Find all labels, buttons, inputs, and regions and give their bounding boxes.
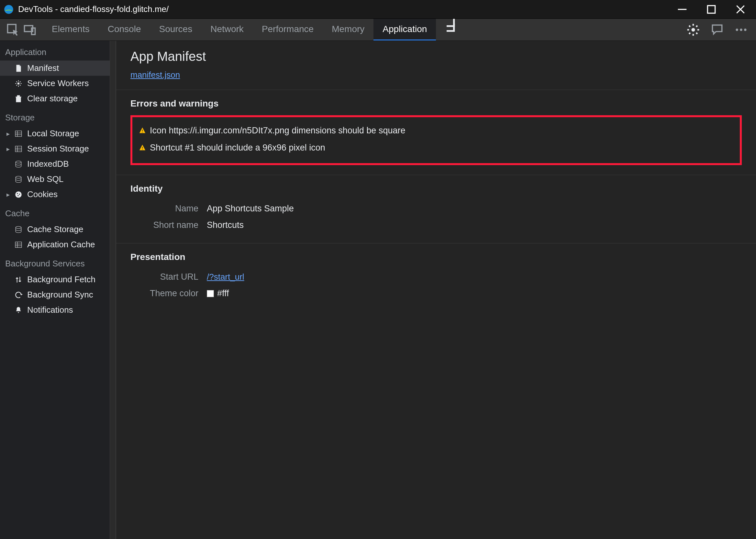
svg-rect-34 (142, 147, 143, 149)
database-icon (14, 160, 23, 168)
warning-row: Shortcut #1 should include a 96x96 pixel… (139, 139, 733, 157)
svg-rect-17 (15, 146, 22, 151)
tab-performance[interactable]: Performance (253, 19, 323, 40)
bell-icon (14, 306, 23, 314)
identity-short-name-label: Short name (130, 220, 198, 230)
svg-point-25 (19, 193, 20, 194)
toolbar-right (686, 23, 750, 37)
tab-console[interactable]: Console (99, 19, 150, 40)
sidebar-item-label: Local Storage (27, 128, 79, 138)
section-identity: Identity Name App Shortcuts Sample Short… (116, 175, 756, 243)
window-title: DevTools - candied-flossy-fold.glitch.me… (18, 4, 674, 14)
tabs-overflow-icon[interactable] (436, 19, 468, 40)
presentation-heading: Presentation (130, 252, 742, 262)
sidebar-item-notifications[interactable]: Notifications (0, 302, 110, 318)
gear-icon[interactable] (686, 23, 700, 37)
gear-icon (14, 79, 23, 88)
tab-memory[interactable]: Memory (323, 19, 374, 40)
window-controls (674, 3, 749, 16)
sidebar-item-label: Application Cache (27, 240, 95, 250)
svg-point-0 (4, 5, 13, 14)
close-button[interactable] (732, 3, 749, 16)
sidebar-item-label: IndexedDB (27, 159, 69, 169)
sidebar-item-clear-storage[interactable]: Clear storage (0, 91, 110, 106)
kebab-icon[interactable] (734, 23, 748, 37)
device-toggle-icon[interactable] (23, 23, 37, 37)
minimize-button[interactable] (674, 3, 691, 16)
svg-rect-32 (142, 129, 143, 131)
sidebar-item-label: Web SQL (27, 174, 63, 184)
page-title: App Manifest (130, 49, 742, 64)
tab-application[interactable]: Application (374, 19, 436, 40)
svg-point-24 (17, 193, 18, 194)
document-icon (14, 64, 23, 72)
tab-elements[interactable]: Elements (43, 19, 99, 40)
sidebar-heading-bgservices: Background Services (0, 252, 110, 272)
sidebar-item-label: Manifest (27, 63, 59, 73)
start-url-link[interactable]: /?start_url (207, 272, 244, 282)
errors-heading: Errors and warnings (130, 99, 742, 109)
section-errors: Errors and warnings Icon https://i.imgur… (116, 90, 756, 175)
svg-point-9 (736, 29, 738, 31)
sidebar-item-cache-storage[interactable]: Cache Storage (0, 222, 110, 237)
database-icon (14, 225, 23, 234)
warning-row: Icon https://i.imgur.com/n5DIt7x.png dim… (139, 122, 733, 139)
sidebar-item-indexeddb[interactable]: IndexedDB (0, 156, 110, 172)
sidebar-heading-application: Application (0, 41, 110, 60)
sidebar-item-local-storage[interactable]: Local Storage (0, 126, 110, 141)
sidebar-item-cookies[interactable]: Cookies (0, 187, 110, 202)
theme-color-label: Theme color (130, 288, 198, 298)
svg-point-27 (16, 226, 21, 229)
arrows-vert-icon (14, 275, 23, 284)
identity-name-value: App Shortcuts Sample (207, 204, 294, 214)
warnings-highlight: Icon https://i.imgur.com/n5DIt7x.png dim… (130, 115, 742, 165)
identity-heading: Identity (130, 184, 742, 194)
theme-color-text: #fff (217, 288, 229, 298)
svg-point-11 (744, 29, 746, 31)
svg-point-22 (16, 176, 21, 178)
cookie-icon (14, 191, 23, 199)
sidebar-item-application-cache[interactable]: Application Cache (0, 237, 110, 252)
warning-text: Icon https://i.imgur.com/n5DIt7x.png dim… (150, 125, 405, 136)
warning-text: Shortcut #1 should include a 96x96 pixel… (150, 143, 325, 153)
sidebar-item-background-sync[interactable]: Background Sync (0, 287, 110, 302)
tab-network[interactable]: Network (201, 19, 253, 40)
warning-icon (139, 143, 146, 153)
sidebar-item-manifest[interactable]: Manifest (0, 60, 110, 76)
sidebar-item-label: Service Workers (27, 78, 89, 88)
sidebar-item-label: Cookies (27, 190, 58, 199)
svg-point-10 (740, 29, 742, 31)
section-presentation: Presentation Start URL /?start_url Theme… (116, 243, 756, 311)
svg-rect-2 (708, 6, 715, 13)
svg-point-21 (16, 161, 21, 163)
sidebar-item-service-workers[interactable]: Service Workers (0, 76, 110, 91)
color-swatch (207, 290, 214, 297)
sync-icon (14, 291, 23, 299)
sidebar-item-label: Background Sync (27, 290, 93, 300)
tabs: Elements Console Sources Network Perform… (43, 19, 683, 40)
sidebar-item-session-storage[interactable]: Session Storage (0, 141, 110, 156)
database-icon (14, 175, 23, 184)
svg-point-26 (18, 195, 19, 196)
feedback-icon[interactable] (710, 23, 724, 37)
sidebar-heading-storage: Storage (0, 106, 110, 126)
sidebar-item-web-sql[interactable]: Web SQL (0, 172, 110, 187)
titlebar: DevTools - candied-flossy-fold.glitch.me… (0, 0, 756, 19)
identity-short-name-value: Shortcuts (207, 220, 244, 230)
tab-sources[interactable]: Sources (150, 19, 201, 40)
svg-rect-33 (142, 132, 143, 133)
svg-point-8 (692, 28, 695, 32)
sidebar: Application Manifest Service Workers Cle… (0, 41, 110, 539)
manifest-link[interactable]: manifest.json (130, 70, 180, 80)
svg-rect-13 (15, 131, 22, 136)
sidebar-item-label: Session Storage (27, 144, 89, 154)
svg-point-23 (15, 191, 22, 198)
resize-handle[interactable] (110, 41, 116, 539)
inspect-icon[interactable] (6, 23, 20, 37)
sidebar-item-background-fetch[interactable]: Background Fetch (0, 272, 110, 287)
maximize-button[interactable] (703, 3, 720, 16)
svg-rect-28 (15, 242, 22, 247)
grid-icon (14, 145, 23, 153)
svg-rect-35 (142, 149, 143, 150)
sidebar-heading-cache: Cache (0, 202, 110, 222)
